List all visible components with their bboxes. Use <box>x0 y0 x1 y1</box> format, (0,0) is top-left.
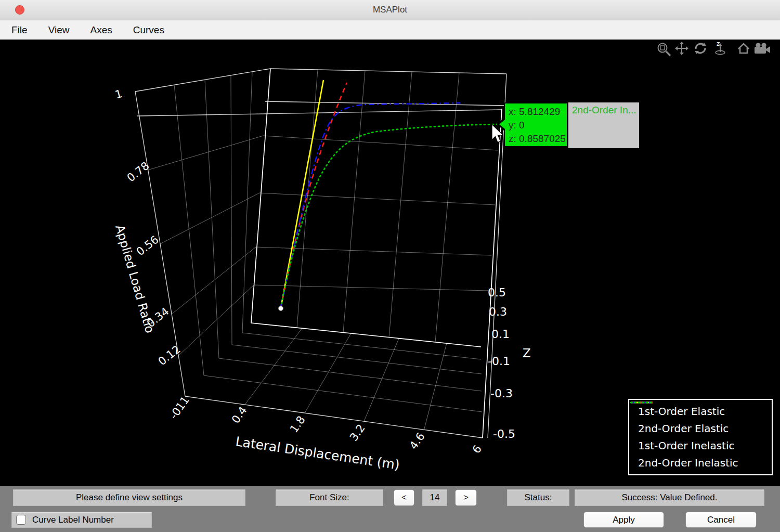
tooltip-x-value: x: 5.812429 <box>509 105 567 119</box>
menu-view[interactable]: View <box>48 24 70 36</box>
z-tick: 0.1 <box>491 328 510 341</box>
x-tick: 0.4 <box>229 404 250 425</box>
record-camera-icon[interactable] <box>755 43 770 54</box>
z-axis-ticks: 0.5 0.3 0.1 -0.1 -0.3 -0.5 <box>488 286 515 440</box>
wireframe-grid <box>148 70 498 431</box>
menu-file[interactable]: File <box>11 24 28 36</box>
x-tick: 6 <box>470 443 484 456</box>
curve-2nd-order-inelastic[interactable] <box>281 124 498 308</box>
tooltip-y-value: y: 0 <box>509 119 567 132</box>
font-size-value: 14 <box>422 489 447 506</box>
view-settings-label: Please define view settings <box>13 489 245 506</box>
window-title: MSAPlot <box>0 0 780 20</box>
menu-axes[interactable]: Axes <box>90 24 112 36</box>
apply-button[interactable]: Apply <box>583 512 664 528</box>
x-tick: 1.8 <box>288 413 308 435</box>
title-bar: MSAPlot <box>0 0 780 20</box>
x-tick: 3.2 <box>347 422 368 443</box>
rotate-3d-icon[interactable] <box>695 43 706 54</box>
legend-label: 1st-Order Elastic <box>638 405 725 418</box>
plot-toolbar: z <box>658 40 771 56</box>
font-size-label: Font Size: <box>276 489 383 506</box>
spin-z-icon[interactable]: z <box>716 40 725 55</box>
z-axis-title: Z <box>523 346 531 360</box>
font-size-increase-button[interactable]: > <box>455 489 477 506</box>
curves <box>279 80 498 311</box>
status-label: Status: <box>507 489 569 506</box>
cancel-button[interactable]: Cancel <box>685 512 757 528</box>
curve-1st-order-elastic[interactable] <box>281 80 323 308</box>
legend-label: 2nd-Order Elastic <box>638 422 729 435</box>
menu-bar: File View Axes Curves <box>0 20 780 40</box>
menu-curves[interactable]: Curves <box>133 24 164 36</box>
tooltip-series-name: 2nd-Order In... <box>572 105 636 115</box>
legend: 1st-Order Elastic 2nd-Order Elastic 1st-… <box>628 399 773 475</box>
z-tick: 0.5 <box>488 286 506 299</box>
legend-item: 1st-Order Inelastic <box>633 437 772 454</box>
legend-item: 2nd-Order Inelastic <box>633 454 772 471</box>
status-bar: Please define view settings Font Size: <… <box>0 486 780 532</box>
home-icon[interactable] <box>738 44 749 53</box>
plot-canvas-3d[interactable]: 1 0.78 0.56 0.34 0.12 Applied Load Ratio… <box>0 40 780 486</box>
point-tooltip: x: 5.812429 y: 0 z: 0.8587025 <box>504 102 568 147</box>
tooltip-series-panel: 2nd-Order In... <box>568 102 639 148</box>
z-tick: -0.5 <box>493 427 515 440</box>
load-tick: 0.12 <box>156 343 183 368</box>
x-tick: 4.6 <box>407 430 427 451</box>
load-tick: 0.56 <box>134 233 161 258</box>
wireframe-outline <box>135 69 506 438</box>
load-tick: 0.78 <box>125 160 152 185</box>
legend-line-dotted <box>629 400 654 405</box>
x-tick: -011 <box>167 394 192 422</box>
curve-origin-marker <box>279 306 283 311</box>
pan-icon[interactable] <box>675 42 688 55</box>
font-size-decrease-button[interactable]: < <box>394 489 414 506</box>
curve-label-number-option: Curve Label Number <box>11 512 152 528</box>
legend-item: 2nd-Order Elastic <box>633 420 772 437</box>
status-value: Success: Value Defined. <box>575 489 764 506</box>
zoom-icon[interactable] <box>658 44 671 56</box>
z-tick: -0.3 <box>490 387 513 400</box>
load-tick: 1 <box>114 87 124 101</box>
legend-label: 1st-Order Inelastic <box>638 439 734 452</box>
z-tick: 0.3 <box>489 305 507 318</box>
tooltip-z-value: z: 0.8587025 <box>509 132 567 146</box>
z-tick: -0.1 <box>488 355 510 368</box>
x-axis-title: Lateral Displacement (m) <box>235 434 400 473</box>
wireframe-inner-edges <box>251 69 502 438</box>
curve-label-number-label: Curve Label Number <box>32 515 114 525</box>
legend-label: 2nd-Order Inelastic <box>638 457 738 469</box>
curve-label-number-checkbox[interactable] <box>16 515 26 525</box>
